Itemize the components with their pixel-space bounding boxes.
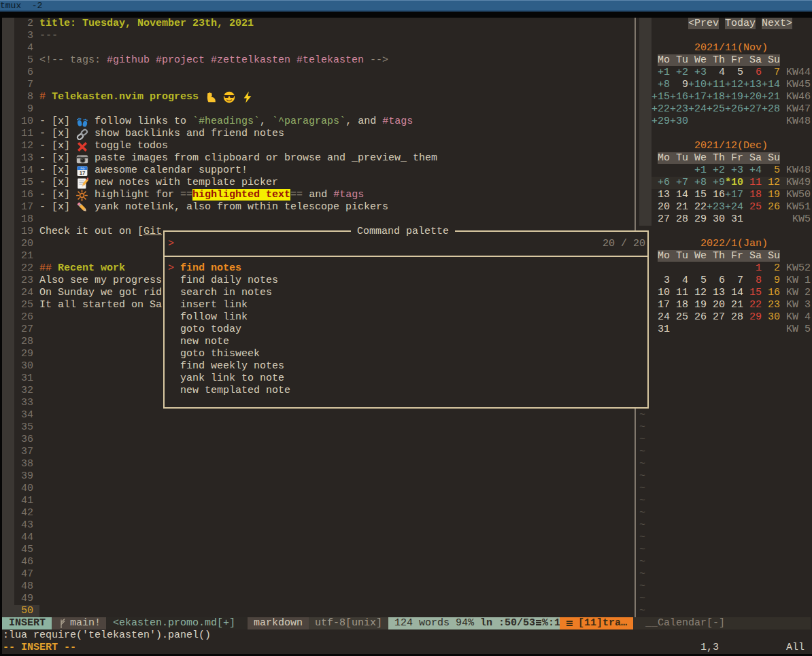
svg-text:17: 17 [80,170,86,176]
